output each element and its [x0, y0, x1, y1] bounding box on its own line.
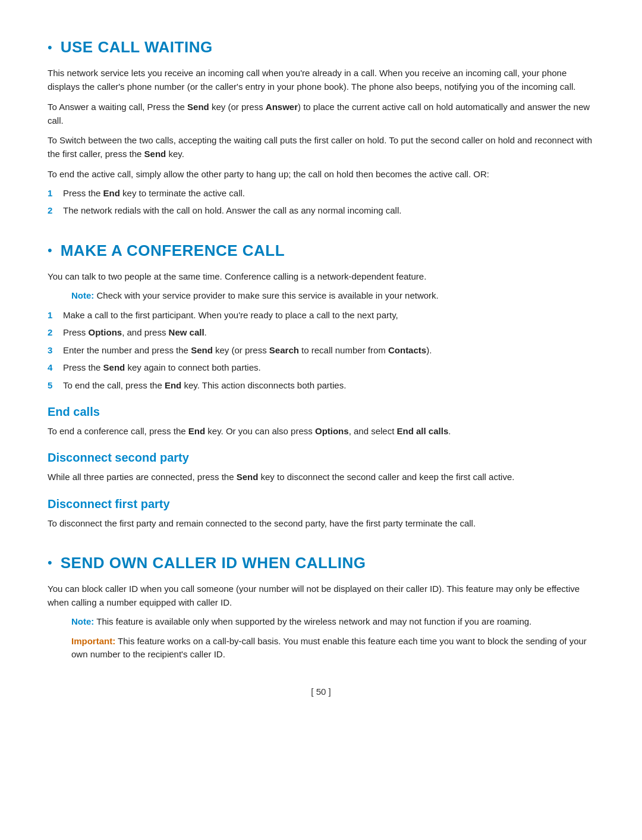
list-item: 2 Press Options, and press New call.	[48, 326, 594, 340]
soci-note-label: Note:	[71, 616, 94, 626]
make-conference-call-section: • MAKE A CONFERENCE CALL You can talk to…	[48, 239, 594, 530]
mcc-note-text: Check with your service provider to make…	[97, 290, 439, 300]
list-text-3: Enter the number and press the Send key …	[63, 344, 594, 358]
disconnect-second-party-text: While all three parties are connected, p…	[48, 470, 594, 484]
bullet-icon: •	[48, 556, 52, 569]
mcc-note: Note: Check with your service provider t…	[71, 289, 594, 303]
mcc-numbered-list: 1 Make a call to the first participant. …	[48, 309, 594, 393]
end-calls-title: End calls	[48, 403, 594, 421]
soci-para-1: You can block caller ID when you call so…	[48, 582, 594, 610]
list-item: 1 Make a call to the first participant. …	[48, 309, 594, 322]
end-calls-text: To end a conference call, press the End …	[48, 424, 594, 438]
list-item: 4 Press the Send key again to connect bo…	[48, 361, 594, 375]
end-calls-subsection: End calls To end a conference call, pres…	[48, 403, 594, 438]
list-item: 5 To end the call, press the End key. Th…	[48, 379, 594, 393]
mcc-intro: You can talk to two people at the same t…	[48, 269, 594, 283]
bullet-icon: •	[48, 41, 52, 54]
list-text-1: Press the End key to terminate the activ…	[63, 187, 594, 200]
list-text-5: To end the call, press the End key. This…	[63, 379, 594, 393]
soci-note: Note: This feature is available only whe…	[71, 615, 594, 629]
soci-important-label: Important:	[71, 636, 115, 646]
mcc-note-label: Note:	[71, 290, 94, 300]
list-num-1: 1	[48, 309, 61, 322]
list-num-1: 1	[48, 187, 61, 200]
page-footer: [ 50 ]	[48, 685, 594, 699]
list-num-4: 4	[48, 361, 61, 375]
bullet-icon: •	[48, 244, 52, 257]
list-item: 3 Enter the number and press the Send ke…	[48, 344, 594, 358]
send-own-caller-id-section: • SEND OWN CALLER ID WHEN CALLING You ca…	[48, 551, 594, 662]
disconnect-first-party-subsection: Disconnect first party To disconnect the…	[48, 495, 594, 530]
list-item: 1 Press the End key to terminate the act…	[48, 187, 594, 200]
list-text-2: Press Options, and press New call.	[63, 326, 594, 340]
disconnect-first-party-text: To disconnect the first party and remain…	[48, 516, 594, 530]
soci-important: Important: This feature works on a call-…	[71, 635, 594, 662]
disconnect-second-party-subsection: Disconnect second party While all three …	[48, 449, 594, 484]
list-num-2: 2	[48, 326, 61, 340]
disconnect-first-party-title: Disconnect first party	[48, 495, 594, 513]
ucw-numbered-list: 1 Press the End key to terminate the act…	[48, 187, 594, 218]
ucw-para-2: To Answer a waiting call, Press the Send…	[48, 100, 594, 128]
soci-important-text: This feature works on a call-by-call bas…	[71, 636, 587, 660]
list-text-2: The network redials with the call on hol…	[63, 204, 594, 218]
disconnect-second-party-title: Disconnect second party	[48, 449, 594, 466]
section-title-use-call-waiting: USE CALL WAITING	[61, 36, 213, 59]
section-title-send-caller-id: SEND OWN CALLER ID WHEN CALLING	[61, 551, 366, 575]
list-num-3: 3	[48, 344, 61, 358]
section-header-send-caller-id: • SEND OWN CALLER ID WHEN CALLING	[48, 551, 594, 575]
ucw-para-4: To end the active call, simply allow the…	[48, 167, 594, 181]
list-text-1: Make a call to the first participant. Wh…	[63, 309, 594, 322]
list-num-5: 5	[48, 379, 61, 393]
list-num-2: 2	[48, 204, 61, 218]
section-header-make-conference: • MAKE A CONFERENCE CALL	[48, 239, 594, 262]
list-text-4: Press the Send key again to connect both…	[63, 361, 594, 375]
section-header-use-call-waiting: • USE CALL WAITING	[48, 36, 594, 59]
soci-note-text: This feature is available only when supp…	[96, 616, 531, 626]
ucw-para-1: This network service lets you receive an…	[48, 66, 594, 94]
section-title-make-conference: MAKE A CONFERENCE CALL	[61, 239, 285, 262]
page-number: [ 50 ]	[311, 687, 331, 697]
use-call-waiting-section: • USE CALL WAITING This network service …	[48, 36, 594, 218]
ucw-para-3: To Switch between the two calls, accepti…	[48, 133, 594, 161]
list-item: 2 The network redials with the call on h…	[48, 204, 594, 218]
